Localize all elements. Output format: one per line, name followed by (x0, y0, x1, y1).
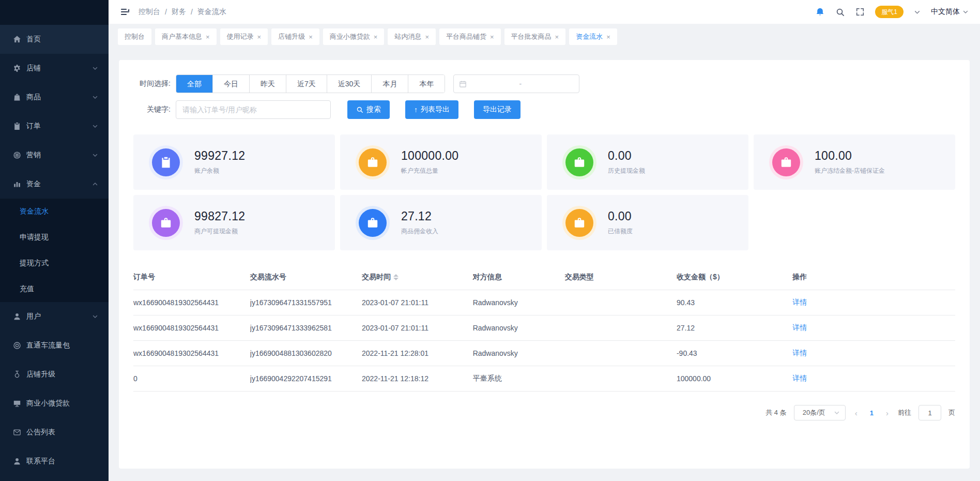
sidebar-item-users[interactable]: 用户 (0, 302, 109, 331)
page-size-select[interactable]: 20条/页 (794, 405, 846, 420)
briefcase-icon (565, 148, 593, 176)
close-icon[interactable]: × (206, 34, 210, 40)
sidebar-item-label: 公告列表 (26, 428, 55, 437)
sidebar-item-shop[interactable]: 店铺 (0, 54, 109, 83)
breadcrumb-separator: / (191, 8, 193, 16)
cell-txn-type (565, 366, 677, 392)
sidebar-item-micro-loan[interactable]: 商业小微贷款 (0, 389, 109, 418)
time-option-this-month[interactable]: 本月 (371, 75, 408, 93)
submenu-item-withdraw-apply[interactable]: 申请提现 (0, 224, 109, 250)
clipboard-icon (152, 148, 180, 176)
column-header-actions: 操作 (792, 265, 955, 290)
close-icon[interactable]: × (257, 34, 262, 40)
prev-page-button[interactable]: ‹ (853, 409, 860, 417)
sidebar-item-contact-platform[interactable]: 联系平台 (0, 447, 109, 476)
language-label: 中文简体 (931, 7, 960, 17)
language-selector[interactable]: 中文简体 (931, 7, 969, 17)
tab-shop-upgrade[interactable]: 店铺升级× (271, 28, 319, 45)
stat-icon-halo (149, 206, 183, 240)
cell-txn-time: 2022-11-21 12:28:01 (362, 341, 473, 366)
cell-txn-no: jy1669004292207415291 (250, 366, 362, 392)
fullscreen-icon[interactable] (855, 7, 865, 17)
stat-icon-halo (562, 145, 596, 179)
bar-chart-icon (13, 180, 21, 188)
sort-icon[interactable] (393, 274, 399, 280)
next-page-button[interactable]: › (884, 409, 891, 417)
cell-counterparty: Radwanovsky (473, 290, 565, 315)
search-icon[interactable] (835, 7, 845, 17)
tab-label: 资金流水 (576, 32, 603, 41)
submenu-item-fund-flow[interactable]: 资金流水 (0, 199, 109, 224)
submenu-item-label: 申请提现 (20, 233, 49, 242)
menu-fold-icon[interactable] (120, 7, 130, 17)
tab-platform-wholesale[interactable]: 平台批发商品× (504, 28, 566, 45)
submenu-item-recharge[interactable]: 充值 (0, 276, 109, 302)
sidebar-item-announcements[interactable]: 公告列表 (0, 418, 109, 447)
time-option-7days[interactable]: 近7天 (286, 75, 327, 93)
tab-console[interactable]: 控制台 (118, 28, 151, 45)
keyword-filter-row: 关键字: 搜索 ↑ 列表导出 导出记录 (133, 100, 955, 119)
close-icon[interactable]: × (490, 34, 494, 40)
calendar-icon (459, 80, 467, 88)
chevron-down-icon[interactable] (914, 9, 921, 16)
goto-page-input[interactable] (918, 405, 941, 420)
detail-link[interactable]: 详情 (792, 374, 807, 382)
detail-link[interactable]: 详情 (792, 323, 807, 332)
sidebar-item-shop-upgrade[interactable]: 店铺升级 (0, 360, 109, 389)
goto-suffix: 页 (948, 408, 955, 417)
close-icon[interactable]: × (374, 34, 378, 40)
close-icon[interactable]: × (555, 34, 559, 40)
breadcrumb-item[interactable]: 财务 (172, 7, 186, 17)
user-badge[interactable]: 服气1 (875, 6, 904, 18)
tab-merchant-info[interactable]: 商户基本信息× (155, 28, 217, 45)
close-icon[interactable]: × (425, 34, 429, 40)
detail-link[interactable]: 详情 (792, 298, 807, 306)
chevron-down-icon (834, 410, 840, 416)
breadcrumb-item[interactable]: 控制台 (139, 7, 160, 17)
time-option-yesterday[interactable]: 昨天 (249, 75, 286, 93)
submenu-item-withdraw-method[interactable]: 提现方式 (0, 250, 109, 276)
time-option-all[interactable]: 全部 (176, 75, 212, 93)
arrow-up-icon: ↑ (414, 106, 418, 114)
tab-micro-loan[interactable]: 商业小微贷款× (323, 28, 385, 45)
stat-card-text: 99927.12 账户余额 (194, 149, 245, 175)
export-records-button[interactable]: 导出记录 (474, 100, 520, 119)
stat-label: 帐户充值总量 (401, 167, 458, 175)
close-icon[interactable]: × (606, 34, 610, 40)
sidebar-item-home[interactable]: 首页 (0, 25, 109, 54)
topbar-actions: 服气1 中文简体 (815, 6, 969, 18)
keyword-input[interactable] (176, 100, 331, 119)
stat-card-text: 100000.00 帐户充值总量 (401, 149, 458, 175)
stat-card-borrowed: 0.00 已借额度 (547, 195, 748, 250)
stat-card-recharge-total: 100000.00 帐户充值总量 (340, 134, 542, 190)
time-option-this-year[interactable]: 本年 (408, 75, 445, 93)
table-row: wx1669004819302564431 jy1673096471331557… (133, 290, 955, 315)
sidebar-item-label: 首页 (26, 35, 41, 44)
sidebar-menu: 首页 店铺 商品 订单 营销 (0, 25, 109, 481)
search-button[interactable]: 搜索 (347, 100, 390, 119)
sidebar-item-traffic-pack[interactable]: 直通车流量包 (0, 331, 109, 360)
time-option-30days[interactable]: 近30天 (327, 75, 372, 93)
stat-label: 账户余额 (194, 167, 245, 175)
tab-fund-flow[interactable]: 资金流水× (569, 28, 617, 45)
stat-card-empty (754, 195, 955, 250)
chevron-down-icon (92, 65, 98, 71)
tab-platform-distribution[interactable]: 平台商品铺货× (439, 28, 501, 45)
sidebar-item-goods[interactable]: 商品 (0, 83, 109, 112)
export-list-button[interactable]: ↑ 列表导出 (405, 100, 458, 119)
close-icon[interactable]: × (309, 34, 313, 40)
date-range-picker[interactable]: - (453, 74, 579, 93)
page-number[interactable]: 1 (867, 409, 877, 417)
submenu-item-label: 充值 (20, 284, 34, 294)
bell-icon[interactable] (815, 7, 825, 17)
detail-link[interactable]: 详情 (792, 349, 807, 357)
stat-value: 99827.12 (194, 209, 245, 223)
wheel-icon (13, 151, 21, 159)
column-header-amount: 收支金额（$） (677, 265, 792, 290)
sidebar-item-marketing[interactable]: 营销 (0, 141, 109, 170)
tab-usage-records[interactable]: 使用记录× (220, 28, 268, 45)
time-option-today[interactable]: 今日 (212, 75, 249, 93)
sidebar-item-orders[interactable]: 订单 (0, 112, 109, 141)
sidebar-item-funds[interactable]: 资金 (0, 170, 109, 199)
tab-site-messages[interactable]: 站内消息× (388, 28, 436, 45)
